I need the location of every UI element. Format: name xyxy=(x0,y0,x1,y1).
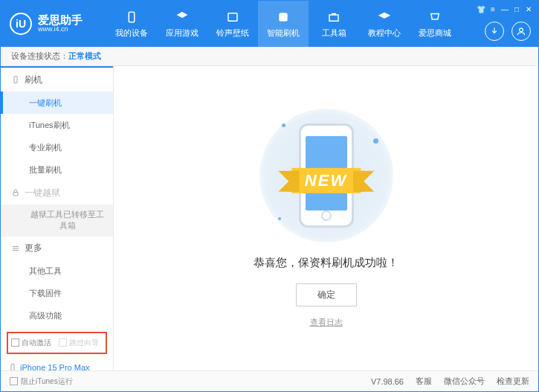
footer-link-wechat[interactable]: 微信公众号 xyxy=(444,376,485,387)
tab-tutorial[interactable]: 教程中心 xyxy=(359,1,410,47)
tab-store[interactable]: 爱思商城 xyxy=(410,1,460,47)
picture-icon xyxy=(225,10,240,25)
svg-rect-6 xyxy=(13,193,18,196)
tab-ringtone-wallpaper[interactable]: 铃声壁纸 xyxy=(207,1,258,47)
toolbox-icon xyxy=(326,10,341,25)
maximize-icon[interactable]: □ xyxy=(511,4,522,14)
cart-icon xyxy=(427,10,442,25)
success-message: 恭喜您，保资料刷机成功啦！ xyxy=(254,256,398,270)
view-log-link[interactable]: 查看日志 xyxy=(310,317,343,328)
footer: 阻止iTunes运行 V7.98.66 客服 微信公众号 检查更新 xyxy=(1,370,538,391)
device-name[interactable]: iPhone 15 Pro Max xyxy=(8,363,106,370)
header: iU 爱思助手 www.i4.cn 我的设备 应用游戏 铃声壁纸 智能刷机 xyxy=(1,1,538,47)
app-icon xyxy=(175,10,190,25)
svg-rect-0 xyxy=(129,12,135,22)
checkbox-block-itunes[interactable]: 阻止iTunes运行 xyxy=(10,376,73,387)
new-ribbon: NEW xyxy=(291,168,361,193)
graduation-icon xyxy=(377,10,392,25)
svg-rect-3 xyxy=(329,15,338,21)
sidebar-item-other-tools[interactable]: 其他工具 xyxy=(1,260,113,283)
svg-point-4 xyxy=(520,28,523,32)
flash-icon xyxy=(276,10,291,25)
sidebar-item-pro-flash[interactable]: 专业刷机 xyxy=(1,136,113,158)
sidebar-item-batch-flash[interactable]: 批量刷机 xyxy=(1,158,113,181)
svg-rect-2 xyxy=(280,13,288,21)
tab-apps-games[interactable]: 应用游戏 xyxy=(157,1,207,47)
menu-icon[interactable]: ≡ xyxy=(488,4,498,14)
tab-smart-flash[interactable]: 智能刷机 xyxy=(258,1,309,47)
phone-icon xyxy=(8,363,17,370)
version-label: V7.98.66 xyxy=(371,377,404,386)
app-name: 爱思助手 xyxy=(38,14,83,27)
success-illustration: NEW xyxy=(259,109,393,242)
minimize-icon[interactable]: — xyxy=(500,4,510,14)
ok-button[interactable]: 确定 xyxy=(296,283,357,306)
tab-my-device[interactable]: 我的设备 xyxy=(106,1,157,47)
status-bar: 设备连接状态： 正常模式 xyxy=(1,47,538,66)
highlighted-options: 自动激活 跳过向导 xyxy=(7,332,107,354)
device-info: iPhone 15 Pro Max 512GB iPhone xyxy=(1,359,113,370)
status-value: 正常模式 xyxy=(68,51,101,62)
user-button[interactable] xyxy=(511,22,531,41)
menu-icon xyxy=(11,244,20,253)
main-content: NEW 恭喜您，保资料刷机成功啦！ 确定 查看日志 xyxy=(114,66,538,370)
footer-link-support[interactable]: 客服 xyxy=(416,376,432,387)
app-url: www.i4.cn xyxy=(38,26,83,33)
svg-rect-1 xyxy=(228,13,237,21)
tab-toolbox[interactable]: 工具箱 xyxy=(309,1,359,47)
checkbox-skip-guide: 跳过向导 xyxy=(59,338,99,348)
svg-rect-7 xyxy=(11,364,14,370)
sidebar-item-onekey-flash[interactable]: 一键刷机 xyxy=(1,91,113,114)
footer-link-update[interactable]: 检查更新 xyxy=(497,376,529,387)
checkbox-auto-activate[interactable]: 自动激活 xyxy=(11,338,51,348)
window-controls: 👕 ≡ — □ ✕ xyxy=(476,4,534,14)
skin-icon[interactable]: 👕 xyxy=(476,4,486,14)
sidebar-section-flash[interactable]: 刷机 xyxy=(1,68,113,91)
sidebar-section-more[interactable]: 更多 xyxy=(1,237,113,260)
lock-icon xyxy=(11,188,20,197)
close-icon[interactable]: ✕ xyxy=(523,4,534,14)
download-button[interactable] xyxy=(485,22,504,41)
top-tabs: 我的设备 应用游戏 铃声壁纸 智能刷机 工具箱 教程中心 xyxy=(106,1,460,47)
sidebar: 刷机 一键刷机 iTunes刷机 专业刷机 批量刷机 一键越狱 越狱工具已转移至… xyxy=(1,66,114,370)
sidebar-item-itunes-flash[interactable]: iTunes刷机 xyxy=(1,114,113,136)
svg-rect-5 xyxy=(14,77,17,83)
logo-icon: iU xyxy=(10,13,32,35)
logo: iU 爱思助手 www.i4.cn xyxy=(10,13,106,35)
status-label: 设备连接状态： xyxy=(11,51,68,62)
sidebar-jailbreak-note: 越狱工具已转移至工具箱 xyxy=(1,205,113,237)
phone-icon xyxy=(11,75,20,84)
sidebar-section-jailbreak: 一键越狱 xyxy=(1,181,113,205)
sidebar-item-advanced[interactable]: 高级功能 xyxy=(1,305,113,327)
phone-icon xyxy=(124,10,139,25)
sidebar-item-download-firmware[interactable]: 下载固件 xyxy=(1,283,113,305)
